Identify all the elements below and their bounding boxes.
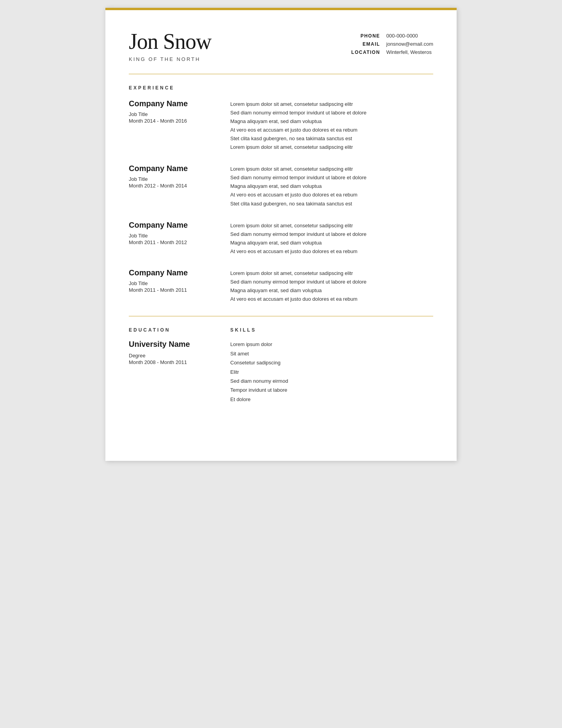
description-line: Sed diam nonumy eirmod tempor invidunt u… (230, 173, 433, 182)
job-dates: Month 2011 - Month 2012 (129, 239, 215, 245)
location-value: Winterfell, Westeros (386, 49, 433, 55)
description-line: Sed diam nonumy eirmod tempor invidunt u… (230, 230, 433, 239)
skill-item: Et dolore (230, 395, 433, 404)
skill-item: Sit amet (230, 349, 433, 358)
education-skills-section: EDUCATION University Name Degree Month 2… (129, 327, 433, 404)
experience-list: Company Name Job Title Month 2014 - Mont… (129, 99, 433, 304)
description-line: Lorem ipsum dolor sit amet, consetetur s… (230, 165, 433, 173)
job-dates: Month 2012 - Month 2014 (129, 183, 215, 189)
description-line: Sed diam nonumy eirmod tempor invidunt u… (230, 278, 433, 286)
company-name: Company Name (129, 221, 215, 230)
phone-value: 000-000-0000 (386, 33, 433, 39)
job-title: Job Title (129, 111, 215, 117)
company-name: Company Name (129, 268, 215, 277)
job-title: Job Title (129, 280, 215, 286)
experience-item: Company Name Job Title Month 2011 - Mont… (129, 268, 433, 303)
description-line: Lorem ipsum dolor sit amet, consetetur s… (230, 143, 433, 152)
experience-item: Company Name Job Title Month 2011 - Mont… (129, 221, 433, 256)
degree: Degree (129, 353, 215, 359)
job-title: Job Title (129, 176, 215, 182)
header-divider (129, 74, 433, 74)
education-column: EDUCATION University Name Degree Month 2… (129, 327, 215, 404)
description-line: Stet clita kasd gubergren, no sea takima… (230, 134, 433, 143)
experience-description: Lorem ipsum dolor sit amet, consetetur s… (230, 268, 433, 303)
experience-description: Lorem ipsum dolor sit amet, consetetur s… (230, 99, 433, 152)
university-name: University Name (129, 340, 215, 349)
description-line: Magna aliquyam erat, sed diam voluptua (230, 239, 433, 247)
skill-item: Sed diam nonumy eirmod (230, 376, 433, 385)
resume-document: Jon Snow KING OF THE NORTH PHONE 000-000… (105, 8, 457, 461)
experience-item: Company Name Job Title Month 2012 - Mont… (129, 164, 433, 208)
description-line: Lorem ipsum dolor sit amet, consetetur s… (230, 269, 433, 278)
skill-item: Lorem ipsum dolor (230, 340, 433, 349)
description-line: At vero eos et accusam et justo duo dolo… (230, 247, 433, 256)
job-dates: Month 2014 - Month 2016 (129, 118, 215, 124)
resume-header: Jon Snow KING OF THE NORTH PHONE 000-000… (129, 30, 433, 62)
job-title: Job Title (129, 233, 215, 239)
company-name: Company Name (129, 164, 215, 173)
edu-skills-divider (129, 316, 433, 316)
job-dates: Month 2011 - Month 2011 (129, 287, 215, 293)
skills-section-title: SKILLS (230, 327, 433, 333)
description-line: At vero eos et accusam et justo duo dolo… (230, 126, 433, 134)
description-line: Lorem ipsum dolor sit amet, consetetur s… (230, 221, 433, 230)
skills-column: SKILLS Lorem ipsum dolorSit ametConsetet… (230, 327, 433, 404)
experience-item: Company Name Job Title Month 2014 - Mont… (129, 99, 433, 152)
header-name-section: Jon Snow KING OF THE NORTH (129, 30, 211, 62)
description-line: At vero eos et accusam et justo duo dolo… (230, 191, 433, 199)
experience-description: Lorem ipsum dolor sit amet, consetetur s… (230, 164, 433, 208)
company-name: Company Name (129, 99, 215, 108)
description-line: Magna aliquyam erat, sed diam voluptua (230, 286, 433, 295)
description-line: At vero eos et accusam et justo duo dolo… (230, 295, 433, 303)
experience-section-title: EXPERIENCE (129, 85, 433, 91)
skills-list: Lorem ipsum dolorSit ametConsetetur sadi… (230, 340, 433, 404)
experience-left: Company Name Job Title Month 2011 - Mont… (129, 268, 215, 303)
skill-item: Tempor invidunt ut labore (230, 385, 433, 394)
contact-info: PHONE 000-000-0000 EMAIL jonsnow@email.c… (351, 33, 433, 55)
experience-left: Company Name Job Title Month 2014 - Mont… (129, 99, 215, 152)
description-line: Magna aliquyam erat, sed diam voluptua (230, 117, 433, 126)
education-dates: Month 2008 - Month 2011 (129, 359, 215, 365)
description-line: Lorem ipsum dolor sit amet, consetetur s… (230, 100, 433, 109)
candidate-tagline: KING OF THE NORTH (129, 56, 211, 62)
experience-left: Company Name Job Title Month 2011 - Mont… (129, 221, 215, 256)
email-label: EMAIL (351, 41, 380, 47)
description-line: Sed diam nonumy eirmod tempor invidunt u… (230, 109, 433, 117)
description-line: Magna aliquyam erat, sed diam voluptua (230, 182, 433, 191)
experience-left: Company Name Job Title Month 2012 - Mont… (129, 164, 215, 208)
location-label: LOCATION (351, 50, 380, 55)
phone-label: PHONE (351, 33, 380, 39)
skill-item: Consetetur sadipscing (230, 358, 433, 367)
education-section-title: EDUCATION (129, 327, 215, 333)
skill-item: Elitr (230, 368, 433, 376)
description-line: Stet clita kasd gubergren, no sea takima… (230, 200, 433, 208)
experience-section: EXPERIENCE Company Name Job Title Month … (129, 85, 433, 304)
experience-description: Lorem ipsum dolor sit amet, consetetur s… (230, 221, 433, 256)
email-value: jonsnow@email.com (386, 41, 433, 47)
candidate-name: Jon Snow (129, 30, 211, 54)
